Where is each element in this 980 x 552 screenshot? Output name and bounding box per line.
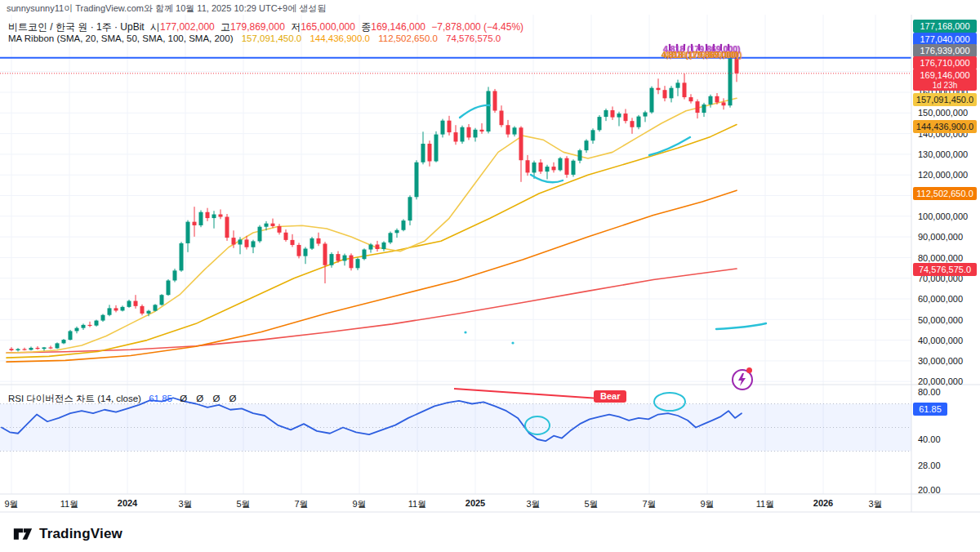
ath-annotation-copy: 4,818 (179,869,000) xyxy=(665,50,742,60)
candle-body xyxy=(336,254,341,260)
candle-body xyxy=(369,244,373,249)
candle-body xyxy=(532,162,537,172)
footer-brand[interactable]: TradingView xyxy=(13,524,122,544)
candle-body xyxy=(323,243,327,265)
change-value: −7,878,000 (−4.45%) xyxy=(431,21,523,33)
candle-body xyxy=(389,233,393,243)
price-tick-label: 90,000,000 xyxy=(918,232,963,242)
candle-body xyxy=(604,110,608,117)
ma-title: MA Ribbon (SMA, 20, SMA, 50, SMA, 100, S… xyxy=(8,33,233,43)
candle-body xyxy=(206,212,210,218)
candle-body xyxy=(408,197,412,220)
rsi-legend-row: RSI 다이버전스 차트 (14, close) 61.85 Ø Ø Ø Ø xyxy=(8,393,240,405)
candle-body xyxy=(252,241,256,247)
candle-body xyxy=(585,140,589,150)
time-tick-label: 5월 xyxy=(584,498,598,510)
rsi-value: 61.85 xyxy=(149,394,172,403)
candle-body xyxy=(343,256,347,261)
candle-body xyxy=(421,144,425,162)
time-tick-label: 11월 xyxy=(408,498,426,510)
bear-divergence-label[interactable]: Bear xyxy=(594,390,626,403)
high-value: 179,869,000 xyxy=(230,21,285,33)
candle-body xyxy=(474,130,478,138)
candle-body xyxy=(232,238,236,244)
close-value: 169,146,000 xyxy=(371,21,425,33)
candle-body xyxy=(134,301,138,306)
price-axis-badge: 176,939,000 xyxy=(913,44,977,57)
time-tick-label: 9월 xyxy=(4,498,18,510)
time-tick-label: 2026 xyxy=(813,498,833,508)
candle-body xyxy=(526,160,530,172)
candle-body xyxy=(95,321,99,326)
ma50-value: 144,436,900.0 xyxy=(310,33,370,43)
price-chart-canvas[interactable] xyxy=(0,0,980,514)
candle-body xyxy=(167,280,171,295)
price-tick-label: 28.00 xyxy=(918,461,941,470)
candle-body xyxy=(42,347,47,349)
price-axis-badge: 177,168,000 xyxy=(913,20,977,33)
candle-body xyxy=(121,307,125,311)
time-tick-label: 2024 xyxy=(118,498,137,508)
time-tick-label: 11월 xyxy=(756,498,774,510)
candle-body xyxy=(304,249,308,256)
candle-body xyxy=(10,349,14,350)
candle-body xyxy=(434,135,439,162)
tradingview-logo-icon xyxy=(13,524,33,544)
low-label: 저 xyxy=(291,21,301,33)
sma20-line xyxy=(7,98,737,353)
candle-body xyxy=(493,91,497,110)
price-axis-badge: 74,576,575.0 xyxy=(913,263,977,276)
price-tick-label: 40.00 xyxy=(918,434,941,444)
candle-body xyxy=(82,325,86,328)
candle-body xyxy=(696,101,700,113)
candle-body xyxy=(487,91,491,131)
time-tick-label: 5월 xyxy=(236,498,250,510)
candle-body xyxy=(310,238,314,249)
time-tick-label: 3월 xyxy=(526,498,540,510)
candle-body xyxy=(709,96,713,105)
candle-body xyxy=(467,127,471,138)
candle-body xyxy=(637,117,641,127)
price-tick-label: 80,000,000 xyxy=(918,253,963,263)
candle-body xyxy=(180,243,184,270)
candle-body xyxy=(356,259,360,268)
candle-body xyxy=(219,215,223,217)
brand-text: TradingView xyxy=(39,526,122,542)
time-tick-label: 9월 xyxy=(700,498,714,510)
candle-body xyxy=(56,343,60,348)
price-tick-label: 150,000,000 xyxy=(918,108,968,118)
candle-body xyxy=(140,306,145,314)
price-tick-label: 50,000,000 xyxy=(918,315,963,325)
rsi-hidden-plot-flags: Ø Ø Ø Ø xyxy=(180,394,239,403)
time-tick-label: 11월 xyxy=(60,498,78,510)
candle-body xyxy=(657,88,661,91)
candle-body xyxy=(415,162,419,198)
candle-body xyxy=(441,121,445,135)
candle-body xyxy=(591,130,595,140)
time-tick-label: 3월 xyxy=(178,498,192,510)
open-value: 177,002,000 xyxy=(160,21,215,33)
candle-body xyxy=(212,215,216,219)
time-tick-label: 3월 xyxy=(868,498,882,510)
candle-body xyxy=(350,256,354,269)
candle-body xyxy=(578,150,582,161)
candle-body xyxy=(29,348,33,350)
candle-body xyxy=(552,167,556,170)
candle-body xyxy=(108,308,112,314)
ma200-value: 74,576,575.0 xyxy=(446,33,501,43)
open-label: 시 xyxy=(150,21,160,33)
candle-body xyxy=(382,243,386,249)
candle-body xyxy=(461,127,465,142)
sma50-line xyxy=(7,124,737,358)
candle-body xyxy=(650,88,654,113)
candle-body xyxy=(16,349,20,350)
candle-body xyxy=(258,227,262,242)
bar-countdown: 1d 23h xyxy=(913,81,977,90)
candle-body xyxy=(676,82,680,87)
candle-body xyxy=(519,127,523,160)
candle-body xyxy=(728,57,733,105)
candle-body xyxy=(480,130,484,131)
candle-body xyxy=(160,295,164,305)
candle-body xyxy=(271,224,275,226)
price-tick-label: 80.00 xyxy=(918,387,941,397)
